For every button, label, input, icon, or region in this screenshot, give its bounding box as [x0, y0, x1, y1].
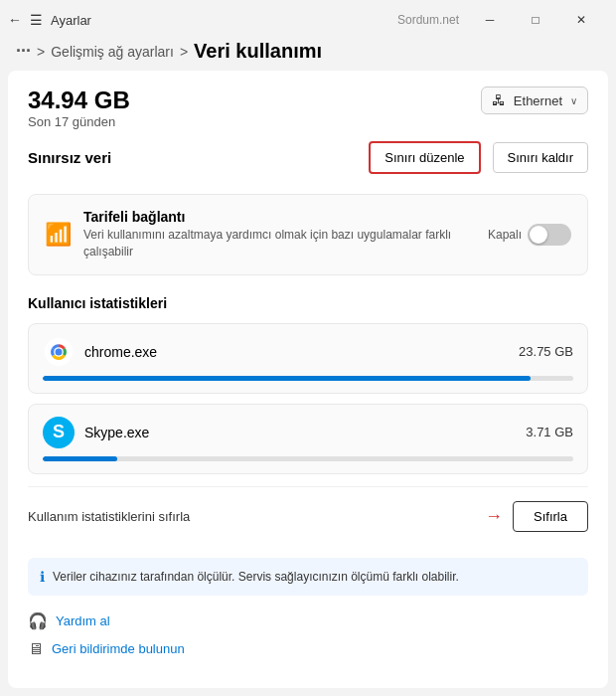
- unlimited-label: Sınırsız veri: [28, 149, 357, 166]
- app-row-skype: S Skype.exe 3.71 GB: [28, 404, 588, 474]
- feedback-icon: 🖥: [28, 640, 44, 658]
- svg-point-3: [56, 348, 63, 355]
- chrome-progress-fill: [43, 376, 531, 381]
- tarifeli-title: Tarifeli bağlantı: [83, 209, 476, 225]
- toggle-container: Kapalı: [488, 224, 571, 246]
- main-content: 34.94 GB Son 17 günden 🖧 Ethernet ∨ Sını…: [8, 71, 608, 688]
- titlebar-left: ← ☰ Ayarlar: [8, 12, 397, 28]
- reset-button[interactable]: Sıfırla: [513, 501, 588, 532]
- stats-title: Kullanıcı istatistikleri: [28, 295, 588, 311]
- watermark: Sordum.net: [397, 13, 459, 27]
- breadcrumb-sep2: >: [180, 44, 188, 60]
- help-link-row-2[interactable]: 🖥 Geri bildirimde bulunun: [28, 640, 588, 658]
- help-icon: 🎧: [28, 611, 48, 630]
- chrome-progress-bar: [43, 376, 573, 381]
- help-links: 🎧 Yardım al 🖥 Geri bildirimde bulunun: [28, 611, 588, 658]
- help-link-1[interactable]: Yardım al: [56, 613, 110, 628]
- menu-button[interactable]: ☰: [30, 12, 43, 28]
- data-period: Son 17 günden: [28, 114, 130, 129]
- skype-app-size: 3.71 GB: [526, 425, 573, 439]
- ethernet-dropdown[interactable]: 🖧 Ethernet ∨: [481, 87, 588, 114]
- back-button[interactable]: ←: [8, 12, 22, 28]
- help-link-row-1[interactable]: 🎧 Yardım al: [28, 611, 588, 630]
- close-button[interactable]: ✕: [558, 4, 604, 36]
- breadcrumb-current: Veri kullanımı: [194, 40, 322, 63]
- chrome-app-name: chrome.exe: [84, 344, 509, 360]
- skype-app-logo: S: [43, 417, 75, 448]
- info-text: Veriler cihazınız tarafından ölçülür. Se…: [53, 568, 459, 586]
- breadcrumb-link[interactable]: Gelişmiş ağ ayarları: [51, 44, 174, 60]
- breadcrumb-more[interactable]: ···: [16, 41, 31, 62]
- skype-app-name: Skype.exe: [84, 425, 516, 440]
- metered-toggle[interactable]: [528, 224, 571, 246]
- ethernet-label: Ethernet: [514, 93, 562, 108]
- top-section: 34.94 GB Son 17 günden 🖧 Ethernet ∨: [28, 87, 588, 129]
- minimize-button[interactable]: ─: [467, 4, 513, 36]
- tarifeli-card: 📶 Tarifeli bağlantı Veri kullanımını aza…: [28, 194, 588, 275]
- reset-section: Kullanım istatistiklerini sıfırla → Sıfı…: [28, 486, 588, 546]
- data-info: 34.94 GB Son 17 günden: [28, 87, 130, 129]
- titlebar: ← ☰ Ayarlar Sordum.net ─ □ ✕: [0, 0, 616, 36]
- window-controls: ─ □ ✕: [467, 4, 604, 36]
- app-row-top: chrome.exe 23.75 GB: [43, 336, 573, 368]
- reset-label: Kullanım istatistiklerini sıfırla: [28, 509, 485, 524]
- app-row-top-skype: S Skype.exe 3.71 GB: [43, 417, 573, 448]
- reset-arrow-icon: →: [485, 506, 503, 527]
- ethernet-icon: 🖧: [492, 92, 506, 108]
- toggle-label: Kapalı: [488, 228, 522, 242]
- chrome-app-logo: [43, 336, 75, 368]
- tarifeli-desc: Veri kullanımını azaltmaya yardımcı olma…: [83, 227, 476, 261]
- app-row-chrome: chrome.exe 23.75 GB: [28, 323, 588, 394]
- help-link-2[interactable]: Geri bildirimde bulunun: [52, 641, 185, 656]
- breadcrumb: ··· > Gelişmiş ağ ayarları > Veri kullan…: [0, 36, 616, 71]
- titlebar-title: Ayarlar: [51, 13, 91, 28]
- info-note: ℹ Veriler cihazınız tarafından ölçülür. …: [28, 558, 588, 596]
- remove-limit-button[interactable]: Sınırı kaldır: [493, 142, 588, 173]
- skype-progress-fill: [43, 456, 117, 461]
- edit-limit-button[interactable]: Sınırı düzenle: [369, 141, 480, 174]
- toggle-knob: [530, 226, 547, 244]
- maximize-button[interactable]: □: [513, 4, 558, 36]
- skype-s-icon: S: [53, 422, 65, 442]
- breadcrumb-sep1: >: [37, 44, 45, 60]
- chrome-app-size: 23.75 GB: [519, 344, 573, 359]
- chevron-down-icon: ∨: [570, 95, 577, 106]
- metered-connection-icon: 📶: [45, 222, 72, 248]
- data-amount: 34.94 GB: [28, 87, 130, 114]
- skype-progress-bar: [43, 456, 573, 461]
- info-icon: ℹ: [40, 569, 45, 585]
- middle-row: Sınırsız veri Sınırı düzenle Sınırı kald…: [28, 141, 588, 174]
- tarifeli-text: Tarifeli bağlantı Veri kullanımını azalt…: [83, 209, 476, 261]
- stats-section: Kullanıcı istatistikleri: [28, 295, 588, 474]
